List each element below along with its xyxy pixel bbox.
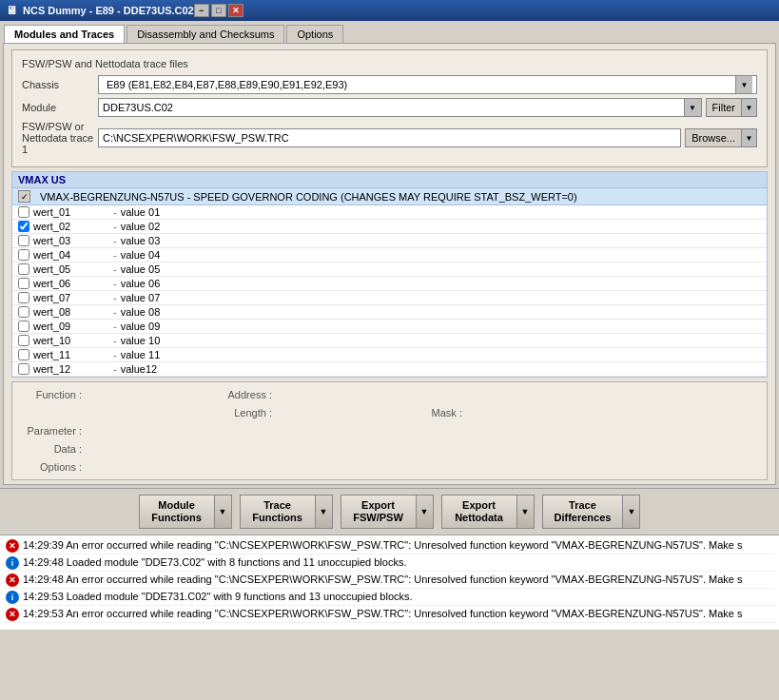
item-dash: -: [113, 363, 117, 375]
trace-row: FSW/PSW or Nettodata trace 1 Browse... ▼: [22, 121, 757, 155]
filter-button[interactable]: Filter: [706, 98, 742, 117]
filter-button-arrow[interactable]: ▼: [742, 98, 757, 117]
tab-disassembly[interactable]: Disassembly and Checksums: [127, 25, 284, 43]
chassis-value: E89 (E81,E82,E84,E87,E88,E89,E90,E91,E92…: [103, 79, 735, 90]
item-dash: -: [113, 221, 117, 232]
log-section[interactable]: ✕ 14:29:39 An error occurred while readi…: [0, 535, 779, 630]
log-entry: ✕ 14:29:48 An error occurred while readi…: [4, 572, 775, 589]
list-item[interactable]: wert_11 - value 11: [12, 348, 767, 362]
parameter-row: Parameter :: [20, 422, 210, 439]
vmax-section: VMAX US ✓ VMAX-BEGRENZUNG-N57US - SPEED …: [11, 171, 768, 378]
log-icon-error: ✕: [6, 608, 19, 621]
list-item[interactable]: wert_05 - value 05: [12, 262, 767, 277]
item-value: value 04: [121, 249, 161, 261]
list-item[interactable]: wert_06 - value 06: [12, 277, 767, 291]
item-value: value 07: [121, 292, 161, 303]
trace-functions-line1: Trace: [263, 499, 291, 512]
trace-differences-group: Trace Differences ▼: [542, 495, 641, 529]
trace-input[interactable]: [98, 128, 681, 147]
list-item[interactable]: wert_03 - value 03: [12, 234, 767, 248]
item-checkbox[interactable]: [18, 363, 29, 375]
log-text: 14:29:48 An error occurred while reading…: [23, 573, 773, 586]
item-name: wert_03: [33, 235, 109, 246]
function-label: Function :: [20, 389, 82, 400]
export-nettodata-group: Export Nettodata ▼: [441, 495, 535, 529]
maximize-button[interactable]: □: [211, 4, 226, 17]
length-label: Length :: [210, 407, 272, 418]
item-name: wert_06: [33, 278, 109, 289]
item-checkbox[interactable]: [18, 306, 29, 318]
close-button[interactable]: ✕: [228, 4, 243, 17]
tabs-row: Modules and Traces Disassembly and Check…: [0, 21, 779, 43]
list-item[interactable]: wert_09 - value 09: [12, 320, 767, 334]
app-icon: 🖥: [6, 4, 17, 17]
item-checkbox[interactable]: [18, 321, 29, 332]
browse-button-arrow[interactable]: ▼: [742, 128, 757, 147]
list-item[interactable]: wert_10 - value 10: [12, 334, 767, 348]
list-item[interactable]: wert_01 - value 01: [12, 205, 767, 220]
export-fsw-arrow[interactable]: ▼: [417, 495, 434, 529]
empty-row7: [210, 458, 400, 476]
module-functions-button[interactable]: Module Functions: [139, 495, 215, 529]
minimize-button[interactable]: −: [194, 4, 209, 17]
trace-differences-button[interactable]: Trace Differences: [542, 495, 624, 529]
buttons-row: Module Functions ▼ Trace Functions ▼ Exp…: [0, 488, 779, 535]
item-dash: -: [113, 321, 117, 332]
log-text: 14:29:53 Loaded module "DDE731.C02" with…: [23, 590, 773, 603]
item-checkbox[interactable]: [18, 221, 29, 232]
chassis-dropdown[interactable]: E89 (E81,E82,E84,E87,E88,E89,E90,E91,E92…: [98, 75, 757, 94]
export-nettodata-button[interactable]: Export Nettodata: [441, 495, 517, 529]
item-value: value 06: [121, 278, 161, 289]
title-bar-text: NCS Dummy - E89 - DDE73US.C02: [23, 5, 194, 16]
module-functions-arrow[interactable]: ▼: [215, 495, 232, 529]
list-item[interactable]: wert_04 - value 04: [12, 248, 767, 262]
fsw-title: FSW/PSW and Nettodata trace files: [22, 58, 757, 69]
trace-label: FSW/PSW or Nettodata trace 1: [22, 121, 98, 155]
trace-functions-arrow[interactable]: ▼: [316, 495, 333, 529]
item-name: wert_04: [33, 249, 109, 261]
vmax-header: VMAX US: [12, 172, 767, 188]
trace-functions-button[interactable]: Trace Functions: [240, 495, 316, 529]
item-checkbox[interactable]: [18, 278, 29, 289]
options-label: Options :: [20, 461, 82, 473]
item-value: value12: [121, 363, 158, 375]
list-item[interactable]: wert_08 - value 08: [12, 305, 767, 320]
export-fsw-button[interactable]: Export FSW/PSW: [341, 495, 417, 529]
item-checkbox[interactable]: [18, 235, 29, 246]
empty-row1: [400, 386, 591, 403]
item-checkbox[interactable]: [18, 249, 29, 261]
item-name: wert_12: [33, 363, 109, 375]
module-label: Module: [22, 102, 98, 113]
log-text: 14:29:48 Loaded module "DDE73.C02" with …: [23, 555, 773, 569]
vmax-checkbox[interactable]: ✓: [18, 190, 30, 203]
module-dropdown-arrow[interactable]: ▼: [684, 99, 701, 116]
item-checkbox[interactable]: [18, 335, 29, 346]
list-item[interactable]: wert_02 - value 02: [12, 220, 767, 234]
trace-differences-line2: Differences: [555, 512, 612, 524]
list-item[interactable]: wert_07 - value 07: [12, 291, 767, 305]
log-icon-info: i: [6, 556, 19, 570]
address-label: Address :: [210, 389, 272, 400]
item-checkbox[interactable]: [18, 206, 29, 218]
list-item[interactable]: wert_12 - value12: [12, 362, 767, 377]
item-dash: -: [113, 235, 117, 246]
item-dash: -: [113, 292, 117, 303]
item-checkbox[interactable]: [18, 292, 29, 303]
item-checkbox[interactable]: [18, 263, 29, 275]
empty-row2: [20, 404, 210, 421]
browse-button[interactable]: Browse...: [685, 128, 742, 147]
export-nettodata-arrow[interactable]: ▼: [517, 495, 535, 529]
title-bar: 🖥 NCS Dummy - E89 - DDE73US.C02 − □ ✕: [0, 0, 779, 21]
tab-options[interactable]: Options: [286, 25, 343, 43]
item-name: wert_11: [33, 349, 109, 360]
item-checkbox[interactable]: [18, 349, 29, 360]
log-entry: i 14:29:48 Loaded module "DDE73.C02" wit…: [4, 554, 775, 572]
data-label: Data :: [20, 443, 82, 455]
export-fsw-line1: Export: [361, 499, 395, 512]
item-dash: -: [113, 249, 117, 261]
mask-label: Mask :: [400, 407, 462, 418]
chassis-dropdown-arrow[interactable]: ▼: [735, 76, 752, 93]
tab-modules-traces[interactable]: Modules and Traces: [4, 25, 125, 43]
data-row: Data :: [20, 440, 210, 457]
trace-differences-arrow[interactable]: ▼: [623, 495, 640, 529]
